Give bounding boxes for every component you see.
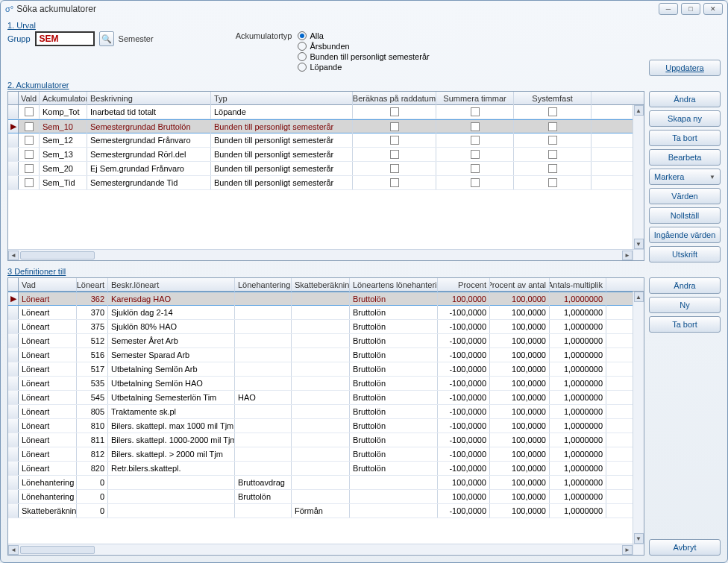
- table-row[interactable]: Löneart811Bilers. skattepl. 1000-2000 mi…: [8, 433, 644, 447]
- table-row[interactable]: Löneart516Semester Sparad ArbBruttolön-1…: [8, 348, 644, 362]
- table-row[interactable]: Komp_TotInarbetad tid totaltLöpande: [8, 105, 644, 119]
- col-systemfast[interactable]: Systemfast: [514, 92, 592, 105]
- close-button[interactable]: ✕: [703, 3, 723, 15]
- radio-löpande[interactable]: Löpande: [298, 63, 429, 72]
- checkbox[interactable]: [390, 178, 399, 187]
- bearbeta-button[interactable]: Bearbeta: [649, 149, 721, 166]
- ta-bort-def-button[interactable]: Ta bort: [649, 316, 721, 333]
- maximize-button[interactable]: □: [681, 3, 700, 15]
- hscroll[interactable]: ◄►: [8, 544, 633, 555]
- table-row[interactable]: ▶Sem_10Semestergrundad BruttolönBunden t…: [8, 119, 644, 133]
- section2-title[interactable]: 2. Ackumulatorer: [7, 81, 721, 89]
- checkbox[interactable]: [471, 150, 480, 159]
- checkbox[interactable]: [548, 122, 557, 131]
- checkbox[interactable]: [390, 107, 399, 116]
- vscroll[interactable]: ▲▼: [633, 292, 644, 544]
- checkbox[interactable]: [471, 178, 480, 187]
- markera-button[interactable]: Markera▼: [649, 169, 721, 185]
- right-arrow-icon[interactable]: ►: [622, 251, 633, 260]
- hscroll[interactable]: ◄►: [8, 249, 633, 260]
- col-beraknas[interactable]: Beräknas på raddatum: [353, 92, 436, 105]
- checkbox[interactable]: [471, 122, 480, 131]
- col-vald[interactable]: Vald: [19, 92, 40, 105]
- checkbox[interactable]: [471, 107, 480, 116]
- table-row[interactable]: Sem_20Ej Sem.grundad FrånvaroBunden till…: [8, 162, 644, 176]
- left-arrow-icon[interactable]: ◄: [8, 545, 19, 555]
- col-skatteberakning[interactable]: Skatteberäkning: [292, 278, 350, 292]
- checkbox[interactable]: [471, 164, 480, 173]
- checkbox[interactable]: [25, 122, 34, 131]
- vscroll[interactable]: ▲▼: [633, 105, 644, 249]
- utskrift-button[interactable]: Utskrift: [649, 246, 721, 262]
- table-row[interactable]: Löneart535Utbetalning Semlön HAOBruttolö…: [8, 377, 644, 391]
- radio-årsbunden[interactable]: Årsbunden: [298, 42, 429, 51]
- table-row[interactable]: Sem_TidSemestergrundande TidBunden till …: [8, 176, 644, 190]
- section1-title[interactable]: 1. Urval: [7, 21, 721, 30]
- checkbox[interactable]: [25, 150, 34, 159]
- checkbox[interactable]: [390, 164, 399, 173]
- radio-bunden-till-personligt-semesterår[interactable]: Bunden till personligt semesterår: [298, 52, 429, 61]
- table-row[interactable]: Löneart545Utbetalning Semesterlön TimHAO…: [8, 391, 644, 405]
- skapa-ny-button[interactable]: Skapa ny: [649, 110, 721, 127]
- table-row[interactable]: Löneart810Bilers. skattepl. max 1000 mil…: [8, 419, 644, 433]
- hscroll-thumb[interactable]: [20, 251, 95, 260]
- table-row[interactable]: Löneart517Utbetalning Semlön ArbBruttolö…: [8, 362, 644, 377]
- checkbox[interactable]: [25, 107, 34, 116]
- col-procent[interactable]: Procent: [438, 278, 490, 292]
- checkbox[interactable]: [471, 136, 480, 145]
- andra-button[interactable]: Ändra: [649, 91, 721, 107]
- col-lonehantering[interactable]: Lönehantering: [235, 278, 292, 292]
- table-row[interactable]: Sem_12Semestergrundad FrånvaroBunden til…: [8, 133, 644, 148]
- col-typ[interactable]: Typ: [211, 92, 353, 105]
- down-arrow-icon[interactable]: ▼: [634, 533, 644, 544]
- table-row[interactable]: Löneart370Sjuklön dag 2-14Bruttolön-100,…: [8, 306, 644, 320]
- up-arrow-icon[interactable]: ▲: [634, 292, 644, 302]
- varden-button[interactable]: Värden: [649, 188, 721, 204]
- table-row[interactable]: Löneart512Semester Året ArbBruttolön-100…: [8, 334, 644, 348]
- radio-alla[interactable]: Alla: [298, 31, 429, 40]
- definitioner-grid[interactable]: Vad Löneart Beskr.löneart Lönehantering …: [7, 277, 644, 556]
- checkbox[interactable]: [25, 136, 34, 145]
- lookup-button[interactable]: 🔍: [99, 31, 114, 46]
- col-vad[interactable]: Vad: [19, 278, 77, 292]
- table-row[interactable]: Löneart375Sjuklön 80% HAOBruttolön-100,0…: [8, 320, 644, 334]
- up-arrow-icon[interactable]: ▲: [634, 105, 644, 116]
- ny-button[interactable]: Ny: [649, 297, 721, 313]
- nollstall-button[interactable]: Nollställ: [649, 207, 721, 224]
- checkbox[interactable]: [390, 150, 399, 159]
- grupp-input[interactable]: [35, 31, 95, 46]
- col-loneartens-lonehantering[interactable]: Löneartens lönehantering: [350, 278, 438, 292]
- checkbox[interactable]: [548, 107, 557, 116]
- ta-bort-button[interactable]: Ta bort: [649, 130, 721, 146]
- checkbox[interactable]: [548, 164, 557, 173]
- right-arrow-icon[interactable]: ►: [622, 545, 633, 555]
- table-row[interactable]: ▶Löneart362Karensdag HAOBruttolön100,000…: [8, 292, 644, 306]
- col-antals-multiplik[interactable]: Antals-multiplik: [550, 278, 606, 292]
- ingaende-varden-button[interactable]: Ingående värden: [649, 227, 721, 243]
- checkbox[interactable]: [25, 178, 34, 187]
- left-arrow-icon[interactable]: ◄: [8, 251, 19, 260]
- col-beskr-loneart[interactable]: Beskr.löneart: [108, 278, 235, 292]
- section3-title[interactable]: 3 Definitioner till: [7, 267, 721, 276]
- andra-def-button[interactable]: Ändra: [649, 277, 721, 294]
- checkbox[interactable]: [548, 178, 557, 187]
- avbryt-button[interactable]: Avbryt: [649, 539, 721, 556]
- table-row[interactable]: Skatteberäkning0Förmån-100,0000100,00001…: [8, 504, 644, 518]
- minimize-button[interactable]: ─: [659, 3, 678, 15]
- checkbox[interactable]: [548, 136, 557, 145]
- checkbox[interactable]: [548, 150, 557, 159]
- table-row[interactable]: Löneart820Retr.bilers.skattepl.Bruttolön…: [8, 462, 644, 476]
- col-procent-av-antal[interactable]: Procent av antal: [490, 278, 550, 292]
- table-row[interactable]: Löneart812Bilers. skattepl. > 2000 mil T…: [8, 447, 644, 462]
- checkbox[interactable]: [390, 122, 399, 131]
- table-row[interactable]: Löneart805Traktamente sk.plBruttolön-100…: [8, 405, 644, 419]
- col-loneart[interactable]: Löneart: [77, 278, 108, 292]
- col-beskrivning[interactable]: Beskrivning: [87, 92, 211, 105]
- table-row[interactable]: Sem_13Semestergrundad Rörl.delBunden til…: [8, 148, 644, 162]
- hscroll-thumb[interactable]: [20, 546, 95, 554]
- ackumulatorer-grid[interactable]: Vald Ackumulator Beskrivning Typ Beräkna…: [7, 91, 644, 261]
- table-row[interactable]: Lönehantering0Bruttoavdrag100,0000100,00…: [8, 476, 644, 490]
- checkbox[interactable]: [390, 136, 399, 145]
- col-summera[interactable]: Summera timmar: [436, 92, 514, 105]
- down-arrow-icon[interactable]: ▼: [634, 239, 644, 249]
